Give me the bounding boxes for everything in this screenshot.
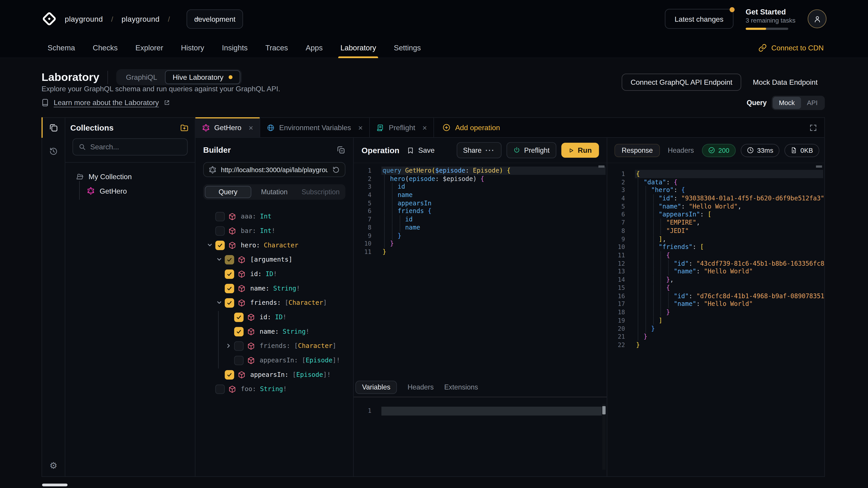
ide-mode-option-hive-laboratory[interactable]: Hive Laboratory: [165, 70, 240, 84]
collections-search-input[interactable]: Search...: [72, 138, 188, 156]
nav-tab-schema[interactable]: Schema: [41, 38, 81, 58]
ide-mode-option-graphiql[interactable]: GraphiQL: [118, 70, 165, 84]
chevron-down-icon[interactable]: [217, 300, 222, 305]
close-icon[interactable]: ×: [358, 124, 363, 131]
latest-changes-button[interactable]: Latest changes: [664, 9, 733, 29]
mock-endpoint-button[interactable]: Mock Data Endpoint: [746, 74, 825, 90]
copy-icon[interactable]: [337, 145, 345, 154]
code-line-20: 20 }: [608, 325, 825, 333]
field-row-id[interactable]: id: ID!: [195, 267, 353, 281]
tab-environment-variables[interactable]: Environment Variables×: [260, 118, 370, 137]
collections-title: Collections: [70, 123, 114, 132]
save-button[interactable]: Save: [407, 146, 435, 155]
close-icon[interactable]: ×: [423, 124, 427, 131]
environment-dropdown[interactable]: development: [186, 9, 243, 29]
field-checkbox[interactable]: [234, 355, 244, 365]
tab-gethero[interactable]: GetHero×: [195, 118, 260, 137]
response-tab-response[interactable]: Response: [614, 144, 660, 157]
field-checkbox[interactable]: [225, 370, 234, 379]
code-line-7: 7 "EMPIRE",: [608, 219, 825, 227]
gear-icon[interactable]: ⚙: [50, 460, 57, 471]
field-row-hero[interactable]: hero: Character: [195, 238, 353, 252]
field-checkbox[interactable]: [215, 212, 225, 221]
collection-folder-my-collection[interactable]: My Collection: [65, 169, 195, 184]
field-row-appearsin[interactable]: appearsIn: [Episode]!: [195, 353, 353, 367]
variables-tab-variables[interactable]: Variables: [355, 381, 397, 394]
chevron-right-icon[interactable]: [226, 343, 231, 348]
preflight-button[interactable]: Preflight: [506, 142, 556, 158]
query-editor[interactable]: 1query GetHero($episode: Episode) {2 her…: [354, 163, 607, 377]
breadcrumb-separator: /: [168, 15, 170, 23]
endpoint-mode-option-mock[interactable]: Mock: [773, 97, 801, 109]
share-button[interactable]: Share ···: [456, 142, 501, 158]
response-viewer[interactable]: 1{2 "data": {3 "hero": {4 "id": "9303830…: [608, 163, 825, 476]
builder-type-tab-subscription[interactable]: Subscription: [298, 186, 344, 198]
refresh-icon[interactable]: [332, 166, 340, 173]
scrollbar-thumb[interactable]: [602, 406, 606, 415]
connect-to-cdn-link[interactable]: Connect to CDN: [758, 38, 824, 58]
cube-icon: [247, 341, 255, 350]
builder-type-tab-query[interactable]: Query: [205, 186, 251, 198]
field-row-name[interactable]: name: String!: [195, 324, 353, 339]
field-label: id: ID!: [260, 313, 287, 321]
nav-tab-checks[interactable]: Checks: [87, 38, 124, 58]
nav-tab-traces[interactable]: Traces: [259, 38, 294, 58]
nav-tab-apps[interactable]: Apps: [300, 38, 329, 58]
learn-more-link[interactable]: Learn more about the Laboratory: [41, 98, 170, 107]
code-line-16: 16 "id": "d76cfc8d-41b1-4968-b9af-089078…: [608, 292, 825, 300]
field-checkbox[interactable]: [234, 312, 244, 322]
code-line-7: 7 id: [354, 215, 607, 223]
field-row-name[interactable]: name: String!: [195, 281, 353, 295]
field-checkbox[interactable]: [234, 341, 244, 351]
history-icon[interactable]: [42, 142, 65, 161]
add-collection-icon[interactable]: [180, 123, 189, 132]
run-button[interactable]: Run: [561, 143, 599, 158]
field-checkbox[interactable]: [215, 226, 225, 235]
play-icon: [568, 148, 574, 153]
field-checkbox[interactable]: [225, 255, 234, 264]
breadcrumb-project[interactable]: playground: [121, 15, 160, 23]
ide-mode-toggle: GraphiQLHive Laboratory: [116, 69, 242, 85]
field-row-bar[interactable]: bar: Int!: [195, 223, 353, 238]
horizontal-scrollbar[interactable]: [42, 484, 68, 486]
variables-editor[interactable]: 1: [354, 397, 607, 476]
connect-endpoint-button[interactable]: Connect GraphQL API Endpoint: [622, 74, 741, 91]
breadcrumb-org[interactable]: playground: [65, 15, 103, 23]
chevron-down-icon[interactable]: [207, 242, 213, 248]
close-icon[interactable]: ×: [249, 124, 253, 131]
nav-tab-settings[interactable]: Settings: [388, 38, 427, 58]
get-started-widget[interactable]: Get Started 3 remaining tasks: [745, 8, 796, 30]
nav-tab-history[interactable]: History: [175, 38, 210, 58]
fullscreen-icon[interactable]: [809, 124, 817, 131]
hive-logo-icon[interactable]: [41, 11, 57, 27]
builder-type-tab-mutation[interactable]: Mutation: [251, 186, 298, 198]
field-row-friends[interactable]: friends: [Character]: [195, 295, 353, 310]
tab-preflight[interactable]: Preflight×: [370, 118, 434, 137]
variables-tab-extensions[interactable]: Extensions: [444, 383, 478, 391]
code-line-10: 10 "friends": [: [608, 243, 825, 251]
collections-stack-icon[interactable]: [42, 118, 65, 137]
endpoint-url-input[interactable]: http://localhost:3000/api/lab/playground: [203, 162, 345, 177]
field-row-aaa[interactable]: aaa: Int: [195, 209, 353, 224]
variables-tab-headers[interactable]: Headers: [408, 383, 434, 391]
chevron-down-icon[interactable]: [217, 257, 222, 262]
field-checkbox[interactable]: [215, 384, 225, 394]
field-row-arguments[interactable]: [arguments]: [195, 252, 353, 267]
field-row-foo[interactable]: foo: String!: [195, 382, 353, 396]
field-row-id[interactable]: id: ID!: [195, 310, 353, 324]
nav-tab-laboratory[interactable]: Laboratory: [334, 38, 382, 58]
field-checkbox[interactable]: [225, 298, 234, 307]
endpoint-mode-option-api[interactable]: API: [801, 97, 824, 109]
field-checkbox[interactable]: [225, 284, 234, 293]
response-tab-headers[interactable]: Headers: [668, 147, 694, 154]
field-row-appearsin[interactable]: appearsIn: [Episode]!: [195, 367, 353, 382]
collection-operation-gethero[interactable]: GetHero: [65, 184, 195, 198]
user-avatar[interactable]: [808, 9, 827, 28]
field-checkbox[interactable]: [234, 327, 244, 336]
field-checkbox[interactable]: [215, 240, 225, 250]
field-checkbox[interactable]: [225, 269, 234, 279]
add-operation-button[interactable]: Add operation: [434, 118, 508, 137]
nav-tab-explorer[interactable]: Explorer: [129, 38, 169, 58]
field-row-friends[interactable]: friends: [Character]: [195, 339, 353, 353]
nav-tab-insights[interactable]: Insights: [216, 38, 254, 58]
